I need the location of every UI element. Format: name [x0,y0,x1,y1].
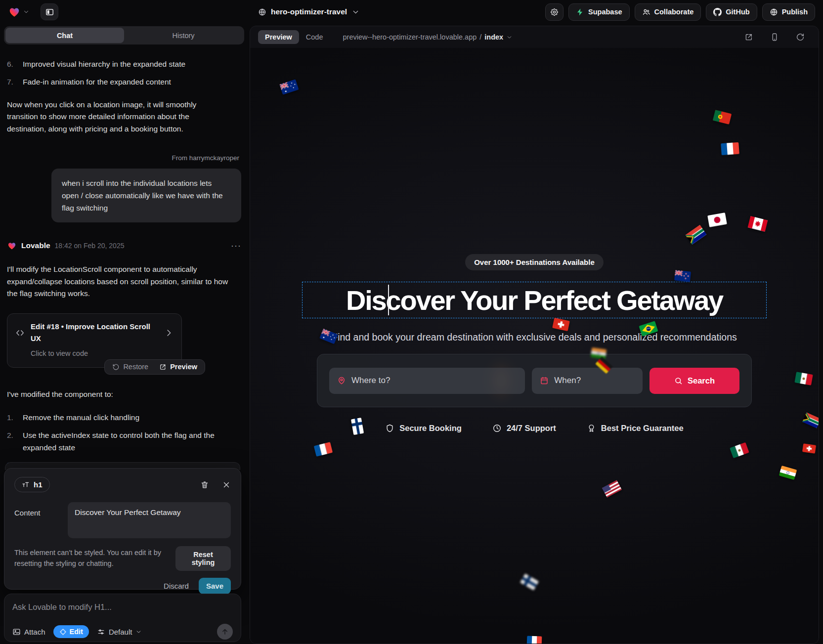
header-actions: Supabase Collaborate GitHub Publish [545,3,815,21]
feature-shield: Secure Booking [385,424,462,433]
sidebar-toggle-button[interactable] [41,3,58,20]
edit-card-subtitle: Click to view code [15,348,173,359]
target-icon [59,628,67,636]
feature-label: Secure Booking [399,424,462,433]
gear-icon [550,8,559,16]
chevron-down-icon [351,8,360,16]
url-path: index [484,33,503,41]
destinations-badge: Over 1000+ Destinations Available [465,254,604,270]
preview-version-button[interactable]: Preview [159,361,197,373]
edit-version-card[interactable]: Edit #18 • Improve Location Scroll UX Cl… [7,313,182,368]
version-actions-pill: Restore Preview [104,359,205,375]
close-icon[interactable] [222,480,231,489]
attach-button[interactable]: Attach [12,628,45,636]
element-editor-panel: h1 Content Discover Your Perfect Getaway… [4,468,241,590]
edit-card-title: Edit #18 • Improve Location Scroll UX [31,321,156,344]
url-separator: / [479,33,481,41]
composer-placeholder[interactable]: Ask Lovable to modify H1... [12,602,233,612]
publish-button[interactable]: Publish [762,3,815,21]
lovable-logo[interactable] [8,5,30,18]
restore-icon [112,363,120,371]
app-header: hero-optimizer-travel Supabase Collabora… [0,0,823,24]
user-message-bubble: when i scroll into the individual locati… [51,169,241,222]
hero-heading[interactable]: Discover Your Perfect Getaway [346,284,723,316]
edit-mode-button[interactable]: Edit [53,625,89,638]
preview-panel: Preview Code preview--hero-optimizer-tra… [250,26,819,644]
external-link-icon [159,363,167,371]
shield-icon [385,424,394,433]
supabase-button[interactable]: Supabase [568,3,630,21]
assistant-name: Lovable [21,240,50,252]
project-name: hero-optimizer-travel [271,7,347,16]
list-item: 7.Fade-in animation for the expanded con… [7,76,241,88]
award-icon [587,424,596,433]
restore-button[interactable]: Restore [112,361,148,373]
preview-topbar: Preview Code preview--hero-optimizer-tra… [250,26,819,48]
image-icon [12,628,21,636]
chevron-down-icon [23,8,30,15]
refresh-icon[interactable] [796,33,805,42]
save-button[interactable]: Save [199,578,231,594]
lovable-heart-icon [8,5,21,18]
list-item: 1.Remove the manual click handling [7,412,241,424]
styling-hint-text: This element can't be styled. You can ed… [14,548,169,569]
message-more-icon[interactable]: ··· [231,239,241,253]
chevron-down-icon [135,629,142,635]
when-input-wrap[interactable] [532,368,643,394]
content-textarea[interactable]: Discover Your Perfect Getaway [68,502,231,538]
assistant-paragraph: I've modified the component to: [7,388,228,401]
tab-history[interactable]: History [124,28,243,43]
assistant-list-continuation: 6.Improved visual hierarchy in the expan… [7,58,241,88]
feature-clock: 24/7 Support [492,424,556,433]
assistant-paragraph: I'll modify the LocationScroll component… [7,263,228,300]
when-input[interactable] [554,376,635,386]
search-icon [674,377,683,385]
supabase-bolt-icon [576,8,584,16]
github-button[interactable]: GitHub [706,3,757,21]
element-tag-pill[interactable]: h1 [14,477,50,492]
url-host: preview--hero-optimizer-travel.lovable.a… [343,33,477,41]
tab-chat[interactable]: Chat [5,28,124,43]
send-button[interactable] [217,624,233,640]
tab-preview[interactable]: Preview [258,30,299,44]
tab-code[interactable]: Code [306,33,323,41]
preview-screen: Over 1000+ Destinations Available Discov… [250,48,819,644]
content-label: Content [14,502,55,538]
map-pin-icon [337,376,346,385]
where-input[interactable] [351,376,517,386]
trash-icon[interactable] [200,480,209,489]
panel-left-icon [45,7,54,17]
chat-composer[interactable]: Ask Lovable to modify H1... Attach Edit … [4,594,241,642]
project-switcher[interactable]: hero-optimizer-travel [258,0,360,24]
chat-sidebar: Chat History 6.Improved visual hierarchy… [0,24,248,644]
discard-button[interactable]: Discard [164,582,189,590]
collaborate-button[interactable]: Collaborate [635,3,701,21]
assistant-message-header: Lovable 18:42 on Feb 20, 2025 ··· [7,239,241,253]
settings-button[interactable] [545,3,563,21]
hero-section: Over 1000+ Destinations Available Discov… [250,48,819,644]
feature-label: Best Price Guarantee [601,424,684,433]
mode-selector[interactable]: Default [97,628,142,636]
chevron-down-icon [506,34,513,41]
where-input-wrap[interactable] [329,368,525,394]
sliders-icon [97,628,105,636]
clock-icon [492,424,502,433]
sidebar-tabbar: Chat History [4,26,244,44]
user-attribution: From harrymckayroper [7,153,241,164]
preview-url[interactable]: preview--hero-optimizer-travel.lovable.a… [343,33,513,41]
globe-icon [258,8,266,16]
search-button[interactable]: Search [650,368,739,394]
search-form: Search [317,354,752,407]
reset-styling-button[interactable]: Reset styling [175,546,231,571]
mobile-view-icon[interactable] [770,33,779,42]
open-external-icon[interactable] [744,33,753,42]
selection-outline[interactable]: Discover Your Perfect Getaway [302,282,767,318]
list-item: 6.Improved visual hierarchy in the expan… [7,58,241,71]
publish-globe-icon [770,8,778,16]
message-timestamp: 18:42 on Feb 20, 2025 [55,240,125,251]
users-icon [642,8,650,16]
github-icon [713,8,722,16]
feature-badges: Secure Booking24/7 SupportBest Price Gua… [385,424,683,433]
feature-award: Best Price Guarantee [587,424,684,433]
list-item: 2.Use the activeIndex state to control b… [7,429,241,454]
